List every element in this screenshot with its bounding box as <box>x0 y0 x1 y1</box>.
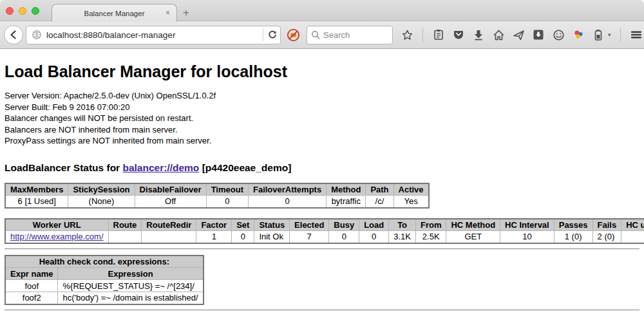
balancer-status-heading: LoadBalancer Status for balancer://demo … <box>5 162 639 174</box>
cell-routeredir <box>142 231 196 243</box>
server-version-line: Server Version: Apache/2.5.0-dev (Unix) … <box>5 90 639 102</box>
col-failoverattempts: FailoverAttempts <box>248 183 326 196</box>
extension-caret-icon[interactable]: ▾ <box>608 32 611 38</box>
pocket-icon[interactable] <box>452 28 465 41</box>
balancer-demo-link[interactable]: balancer://demo <box>122 162 199 173</box>
expr-row: foof %{REQUEST_STATUS} =~ /^[234]/ <box>5 280 204 292</box>
status-prefix: LoadBalancer Status for <box>5 162 122 173</box>
table-header-row: Expr name Expression <box>5 268 204 280</box>
cell-stickysession: (None) <box>68 196 135 208</box>
cell-status: Init Ok <box>254 231 290 243</box>
close-window-button[interactable] <box>6 7 14 15</box>
back-button[interactable] <box>4 25 23 44</box>
back-icon <box>8 30 19 40</box>
col-hc-method: HC Method <box>446 219 500 231</box>
smiley-icon[interactable] <box>552 28 565 41</box>
tab-close-icon[interactable]: × <box>166 8 170 17</box>
cell-disablefailover: Off <box>135 196 206 208</box>
inherit-notice-line: Balancers are NOT inherited from main se… <box>5 124 639 136</box>
globe-icon <box>32 30 42 40</box>
tab-balancer-manager[interactable]: Balancer Manager × <box>52 4 177 22</box>
cell-expression: %{REQUEST_STATUS} =~ /^[234]/ <box>58 280 204 292</box>
worker-row: http://www.example.com/ 1 0 Init Ok 7 0 … <box>5 231 644 243</box>
url-text[interactable]: localhost:8880/balancer-manager <box>46 30 259 40</box>
cell-hc-interval: 10 <box>500 231 554 243</box>
search-bar[interactable] <box>307 26 393 44</box>
table-title-row: Health check cond. expressions: <box>5 256 204 268</box>
cell-worker-url: http://www.example.com/ <box>5 231 108 243</box>
minimize-window-button[interactable] <box>19 7 26 15</box>
col-expression: Expression <box>58 268 204 280</box>
section-divider <box>5 248 639 250</box>
search-input[interactable] <box>323 30 383 40</box>
table-header-row: MaxMembers StickySession DisableFailover… <box>5 183 429 196</box>
col-set: Set <box>232 219 254 231</box>
new-tab-button[interactable]: + <box>183 6 189 19</box>
reload-icon[interactable] <box>267 30 278 40</box>
cell-factor: 1 <box>196 231 232 243</box>
cell-hc-method: GET <box>446 231 500 243</box>
worker-url-link[interactable]: http://www.example.com/ <box>10 232 104 241</box>
col-elected: Elected <box>290 219 329 231</box>
url-separator <box>263 28 263 41</box>
browser-window: Balancer Manager × + localhost:8880/bala… <box>0 0 644 316</box>
cell-passes: 1 (0) <box>554 231 592 243</box>
zoom-window-button[interactable] <box>32 7 39 15</box>
plugin-blocked-icon[interactable] <box>287 28 300 42</box>
col-method: Method <box>327 183 366 196</box>
cell-route <box>108 231 142 243</box>
cell-fails: 2 (0) <box>592 231 621 243</box>
cell-expr-name: foof2 <box>5 292 58 304</box>
col-timeout: Timeout <box>206 183 248 196</box>
status-suffix: [p4420eeae_demo] <box>199 162 291 173</box>
reading-list-icon[interactable] <box>432 28 445 41</box>
col-stickysession: StickySession <box>68 183 135 196</box>
toolbar-separator <box>422 28 423 42</box>
cell-expr-name: foof <box>5 280 58 292</box>
bookmark-star-icon[interactable] <box>401 28 413 41</box>
window-controls <box>6 7 39 15</box>
toolbar-separator <box>620 28 621 42</box>
col-active: Active <box>393 183 429 196</box>
toolbar-icons: ▾ <box>401 28 644 42</box>
cell-to: 3.1K <box>389 231 416 243</box>
navigation-toolbar: localhost:8880/balancer-manager <box>0 21 644 49</box>
cell-busy: 0 <box>329 231 359 243</box>
col-busy: Busy <box>329 219 359 231</box>
search-icon <box>311 30 320 39</box>
expr-row: foof2 hc('body') =~ /domain is establish… <box>5 292 204 304</box>
server-info: Server Version: Apache/2.5.0-dev (Unix) … <box>5 90 639 147</box>
downloads-icon[interactable] <box>472 28 485 41</box>
col-expr-name: Expr name <box>5 268 58 280</box>
col-hc-interval: HC Interval <box>500 219 554 231</box>
cell-path: /c/ <box>366 196 393 208</box>
col-worker-url: Worker URL <box>5 219 108 231</box>
persist-notice-line: Balancer changes will NOT be persisted o… <box>5 113 639 124</box>
send-icon[interactable] <box>512 28 525 41</box>
battery-extension-icon[interactable] <box>592 28 605 41</box>
col-status: Status <box>254 219 290 231</box>
cell-expression: hc('body') =~ /domain is established/ <box>58 292 204 304</box>
hamburger-menu-icon[interactable] <box>630 28 643 41</box>
download-box-icon[interactable] <box>532 28 545 41</box>
health-check-table: Health check cond. expressions: Expr nam… <box>5 255 204 305</box>
cell-method: bytraffic <box>327 196 366 208</box>
col-hc-uri: HC uri <box>621 219 644 231</box>
page-title: Load Balancer Manager for localhost <box>5 62 639 81</box>
col-maxmembers: MaxMembers <box>5 183 68 196</box>
colored-dots-extension-icon[interactable] <box>572 28 585 41</box>
tab-title: Balancer Manager <box>84 10 145 17</box>
cell-from: 2.5K <box>415 231 446 243</box>
balancer-settings-table: MaxMembers StickySession DisableFailover… <box>5 183 430 209</box>
col-passes: Passes <box>554 219 592 231</box>
url-bar[interactable]: localhost:8880/balancer-manager <box>26 26 281 44</box>
worker-table: Worker URL Route RouteRedir Factor Set S… <box>5 218 644 244</box>
col-load: Load <box>359 219 389 231</box>
home-icon[interactable] <box>492 28 505 41</box>
col-disablefailover: DisableFailover <box>135 183 206 196</box>
cell-hc-uri <box>621 231 644 243</box>
tab-bar: Balancer Manager × + <box>0 0 644 21</box>
page-content: Load Balancer Manager for localhost Serv… <box>0 49 644 315</box>
bottom-divider <box>5 310 639 311</box>
proxypass-notice-line: ProxyPass settings are NOT inherited fro… <box>5 135 639 147</box>
